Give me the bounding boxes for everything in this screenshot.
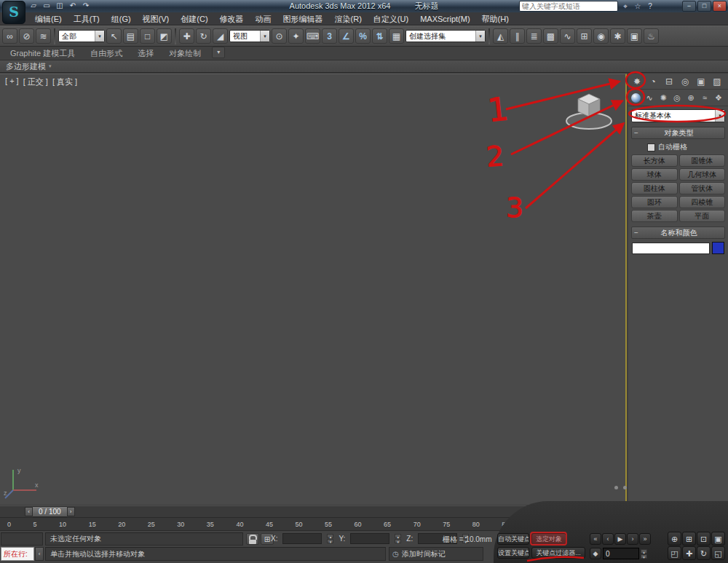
graphite-toggle-icon[interactable]: ▩ xyxy=(543,28,558,44)
viewcube[interactable] xyxy=(563,87,615,133)
spinner-snap-icon[interactable]: ⇅ xyxy=(372,28,387,44)
minimize-button[interactable]: − xyxy=(682,1,696,12)
y-coordinate-field[interactable] xyxy=(350,533,389,544)
menu-item[interactable]: 动画 xyxy=(250,12,277,25)
next-frame-button[interactable]: › xyxy=(627,533,638,545)
render-setup-icon[interactable]: ✱ xyxy=(610,28,625,44)
curve-editor-icon[interactable]: ∿ xyxy=(560,28,575,44)
menu-item[interactable]: 自定义(U) xyxy=(368,12,414,25)
use-pivot-center-icon[interactable]: ⊙ xyxy=(272,28,287,44)
zoom-icon[interactable]: ⊕ xyxy=(668,532,681,546)
mirror-icon[interactable]: ◭ xyxy=(493,28,508,44)
select-and-scale-icon[interactable]: ◢ xyxy=(213,28,228,44)
window-crossing-icon[interactable]: ◩ xyxy=(157,28,172,44)
selection-region-icon[interactable]: □ xyxy=(140,28,155,44)
rendered-frame-icon[interactable]: ▣ xyxy=(627,28,642,44)
panel-tab-motion[interactable]: ◎ xyxy=(678,75,692,88)
selection-filter-dropdown[interactable]: 全部 ▾ xyxy=(58,30,105,42)
viewport-general-menu[interactable]: [ + ] xyxy=(4,76,20,87)
category-shapes-icon[interactable]: ∿ xyxy=(644,92,655,103)
object-type-button[interactable]: 管状体 xyxy=(679,182,726,194)
time-slider-grip[interactable]: ‹ 0 / 100 › xyxy=(25,507,75,516)
object-type-button[interactable]: 长方体 xyxy=(631,154,678,167)
bind-to-space-warp-icon[interactable]: ≋ xyxy=(36,28,51,44)
select-and-manipulate-icon[interactable]: ✦ xyxy=(288,28,304,44)
menu-item[interactable]: 帮助(H) xyxy=(476,12,515,25)
pan-icon[interactable]: ✚ xyxy=(682,546,696,560)
goto-end-button[interactable]: » xyxy=(639,533,651,545)
edit-named-selections-icon[interactable]: ▦ xyxy=(389,28,404,44)
panel-resize-handle[interactable] xyxy=(614,486,627,489)
panel-tab-modify[interactable]: ◔ xyxy=(646,75,660,88)
panel-tab-display[interactable]: ▣ xyxy=(694,75,708,88)
object-type-rollout-header[interactable]: − 对象类型 xyxy=(631,127,725,139)
menu-item[interactable]: 修改器 xyxy=(214,12,250,25)
redo-icon[interactable]: ↷ xyxy=(80,1,92,11)
object-type-button[interactable]: 圆环 xyxy=(631,196,678,208)
x-spinner[interactable]: ▴▾ xyxy=(327,534,333,543)
panel-tab-create[interactable]: ✸ xyxy=(630,75,644,88)
select-object-icon[interactable]: ↖ xyxy=(106,28,122,44)
ribbon-tab[interactable]: 自由形式 xyxy=(83,47,130,60)
next-frame-arrow[interactable]: › xyxy=(67,507,75,516)
object-type-button[interactable]: 球体 xyxy=(631,168,678,181)
zoom-extents-all-icon[interactable]: ▣ xyxy=(711,532,725,546)
category-helpers-icon[interactable]: ⊕ xyxy=(685,92,697,103)
selected-filter-dropdown[interactable]: 选定对象 xyxy=(531,533,566,545)
save-file-icon[interactable]: ◫ xyxy=(54,1,66,11)
zoom-region-icon[interactable]: ◰ xyxy=(668,546,681,560)
menu-item[interactable]: MAXScript(M) xyxy=(414,12,475,25)
category-cameras-icon[interactable]: ◎ xyxy=(671,92,683,103)
maximize-button[interactable]: □ xyxy=(697,1,711,12)
layer-manager-icon[interactable]: ≣ xyxy=(526,28,542,44)
menu-item[interactable]: 工具(T) xyxy=(68,12,106,25)
name-color-rollout-header[interactable]: − 名称和颜色 xyxy=(631,227,725,239)
play-button[interactable]: ▶ xyxy=(614,533,626,545)
object-type-button[interactable]: 茶壶 xyxy=(631,210,678,222)
material-editor-icon[interactable]: ◉ xyxy=(593,28,609,44)
undo-icon[interactable]: ↶ xyxy=(67,1,79,11)
viewport-shading-menu[interactable]: [ 真实 ] xyxy=(52,76,78,87)
time-slider[interactable]: ‹ 0 / 100 › xyxy=(0,505,547,517)
angle-snap-icon[interactable]: ∠ xyxy=(339,28,354,44)
prev-frame-arrow[interactable]: ‹ xyxy=(25,507,33,516)
schematic-view-icon[interactable]: ⊞ xyxy=(577,28,592,44)
new-scene-icon[interactable]: ▱ xyxy=(28,1,39,11)
category-geometry-icon[interactable]: ● xyxy=(631,93,641,103)
add-time-tag-button[interactable]: ◷ 添加时间标记 xyxy=(389,547,483,561)
select-by-name-icon[interactable]: ▤ xyxy=(123,28,138,44)
select-and-link-icon[interactable]: ∞ xyxy=(2,28,17,44)
percent-snap-icon[interactable]: % xyxy=(355,28,371,44)
category-lights-icon[interactable]: ✺ xyxy=(657,92,669,103)
object-type-button[interactable]: 几何球体 xyxy=(679,168,726,181)
panel-tab-utilities[interactable]: ▨ xyxy=(710,75,724,88)
search-input[interactable] xyxy=(519,1,618,12)
frame-spinner[interactable]: ▴▾ xyxy=(641,549,647,559)
maxscript-macro-line[interactable] xyxy=(1,532,43,546)
object-name-input[interactable] xyxy=(632,243,710,254)
object-type-button[interactable]: 圆柱体 xyxy=(631,182,678,194)
object-type-button[interactable]: 四棱锥 xyxy=(679,196,726,208)
align-icon[interactable]: ∥ xyxy=(510,28,525,44)
object-color-swatch[interactable] xyxy=(712,242,724,254)
menu-item[interactable]: 渲染(R) xyxy=(329,12,368,25)
viewport-pov-menu[interactable]: [ 正交 ] xyxy=(23,76,49,87)
favorites-icon[interactable]: ☆ xyxy=(633,1,643,12)
selection-lock-toggle[interactable] xyxy=(246,533,259,545)
orbit-icon[interactable]: ↻ xyxy=(697,546,711,560)
panel-tab-hierarchy[interactable]: ⊟ xyxy=(662,75,676,88)
named-selection-set-dropdown[interactable]: 创建选择集 ▾ xyxy=(405,30,486,42)
y-spinner[interactable]: ▴▾ xyxy=(395,534,401,543)
render-production-icon[interactable]: ♨ xyxy=(644,28,659,44)
ribbon-tab[interactable]: 对象绘制 xyxy=(162,47,208,60)
key-mode-toggle[interactable]: ◆ xyxy=(590,548,601,559)
menu-item[interactable]: 图形编辑器 xyxy=(277,12,329,25)
ribbon-tab[interactable]: 选择 xyxy=(130,47,161,60)
search-go-icon[interactable]: ⌖ xyxy=(620,1,630,12)
zoom-all-icon[interactable]: ⊞ xyxy=(682,532,696,546)
track-bar[interactable]: 051015202530354045505560657075808590 xyxy=(0,517,547,531)
maxscript-mini-listener[interactable]: 所在行: xyxy=(1,547,34,561)
autogrid-checkbox[interactable] xyxy=(647,143,655,151)
app-logo-button[interactable]: S xyxy=(2,1,25,24)
maximize-viewport-toggle[interactable]: ◱ xyxy=(711,546,725,560)
